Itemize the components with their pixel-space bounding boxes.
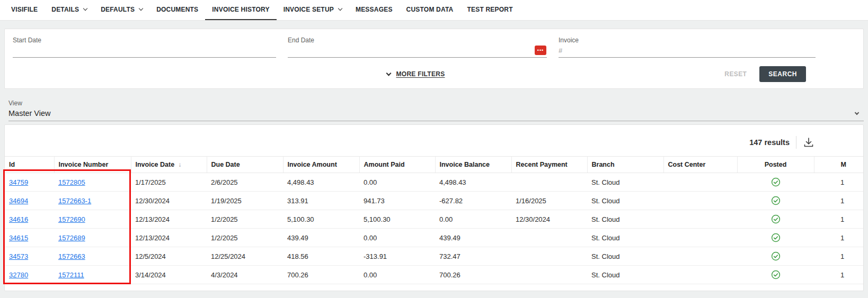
invoice-id-link[interactable]: 34616 [9, 215, 28, 223]
column-header-branch[interactable]: Branch [587, 157, 663, 173]
chevron-down-icon [83, 6, 87, 11]
tab-label: DOCUMENTS [156, 6, 198, 13]
search-button[interactable]: SEARCH [759, 66, 806, 82]
invoice-date-cell: 1/17/2025 [131, 173, 207, 192]
posted-cell [737, 173, 814, 192]
invoice-date-cell: 12/30/2024 [131, 192, 207, 210]
invoice-number-cell: 1572663-1 [54, 192, 131, 210]
invoice-label: Invoice [559, 37, 816, 44]
due-date-cell: 1/2/2025 [207, 210, 283, 229]
m-cell: 1 [814, 210, 863, 229]
view-label: View [8, 100, 864, 107]
posted-cell [737, 266, 814, 284]
cost-center-cell [663, 266, 737, 284]
amount-paid-cell: 0.00 [359, 173, 435, 192]
column-header-m[interactable]: M [814, 157, 863, 173]
invoice-number-link[interactable]: 1572689 [58, 234, 85, 242]
column-header-cost-center[interactable]: Cost Center [663, 157, 737, 173]
tab-messages[interactable]: MESSAGES [349, 0, 400, 20]
column-header-invoice-amount[interactable]: Invoice Amount [283, 157, 359, 173]
view-dropdown[interactable]: Master View [8, 107, 864, 121]
tab-invoice-history[interactable]: INVOICE HISTORY [205, 0, 276, 20]
invoice-table-body: 34759 1572805 1/17/2025 2/6/2025 4,498.4… [5, 173, 863, 284]
invoice-id-link[interactable]: 34694 [9, 197, 28, 205]
column-header-posted[interactable]: Posted [737, 157, 814, 173]
invoice-number-input[interactable] [559, 45, 816, 58]
column-header-due-date[interactable]: Due Date [207, 157, 283, 173]
m-cell: 1 [814, 247, 863, 266]
tab-documents[interactable]: DOCUMENTS [149, 0, 205, 20]
column-header-invoice-number[interactable]: Invoice Number [54, 157, 131, 173]
invoice-id-link[interactable]: 32780 [9, 271, 28, 279]
tab-details[interactable]: DETAILS [45, 0, 94, 20]
posted-check-icon [771, 196, 781, 205]
invoice-id-link[interactable]: 34759 [9, 178, 28, 186]
column-header-recent-payment[interactable]: Recent Payment [511, 157, 587, 173]
tab-invoice-setup[interactable]: INVOICE SETUP [277, 0, 349, 20]
invoice-amount-cell: 4,498.43 [283, 173, 359, 192]
column-header-id[interactable]: Id [5, 157, 54, 173]
invoice-amount-cell: 439.49 [283, 229, 359, 247]
invoice-date-cell: 3/14/2024 [131, 266, 207, 284]
chevron-down-icon [386, 71, 392, 76]
tab-test-report[interactable]: TEST REPORT [460, 0, 519, 20]
branch-cell: St. Cloud [587, 210, 663, 229]
invoice-history-page: VISIFILE DETAILS DEFAULTS DOCUMENTS INVO… [0, 0, 868, 291]
cost-center-cell [663, 210, 737, 229]
download-icon[interactable] [803, 137, 814, 148]
date-picker-icon[interactable]: ••• [535, 46, 546, 55]
invoice-number-cell: 1572111 [54, 266, 131, 284]
invoice-row: 34573 1572663 12/5/2024 12/25/2024 418.5… [5, 247, 863, 266]
due-date-cell: 2/6/2025 [207, 173, 283, 192]
invoice-date-cell: 12/5/2024 [131, 247, 207, 266]
start-date-input[interactable] [13, 45, 276, 58]
tab-visifile[interactable]: VISIFILE [4, 0, 45, 20]
invoice-number-link[interactable]: 1572111 [58, 271, 84, 279]
invoice-number-link[interactable]: 1572690 [58, 215, 85, 223]
m-cell: 1 [814, 173, 863, 192]
amount-paid-cell: 0.00 [359, 266, 435, 284]
invoice-id-link[interactable]: 34573 [9, 252, 28, 260]
invoice-balance-cell: 439.49 [435, 229, 511, 247]
amount-paid-cell: -313.91 [359, 247, 435, 266]
posted-check-icon [771, 251, 781, 261]
branch-cell: St. Cloud [587, 266, 663, 284]
column-header-amount-paid[interactable]: Amount Paid [359, 157, 435, 173]
column-header-invoice-balance[interactable]: Invoice Balance [435, 157, 511, 173]
reset-button[interactable]: RESET [721, 70, 750, 78]
invoice-row: 34759 1572805 1/17/2025 2/6/2025 4,498.4… [5, 173, 863, 192]
invoice-number-link[interactable]: 1572663-1 [58, 197, 91, 205]
tab-label: DEFAULTS [101, 6, 135, 13]
recent-payment-cell [511, 229, 587, 247]
more-filters-button[interactable]: MORE FILTERS [384, 70, 448, 78]
invoice-row: 34615 1572689 12/13/2024 1/2/2025 439.49… [5, 229, 863, 247]
chevron-down-icon [855, 110, 859, 114]
column-label: Invoice Date [136, 161, 175, 168]
invoice-id-link[interactable]: 34615 [9, 234, 28, 242]
recent-payment-cell: 12/30/2024 [511, 210, 587, 229]
invoice-number-link[interactable]: 1572805 [58, 178, 85, 186]
results-count: 147 results [749, 138, 790, 147]
invoice-date-cell: 12/13/2024 [131, 229, 207, 247]
column-header-invoice-date[interactable]: Invoice Date↓ [131, 157, 207, 173]
invoice-number-cell: 1572805 [54, 173, 131, 192]
recent-payment-cell [511, 173, 587, 192]
id-cell: 34615 [5, 229, 54, 247]
end-date-input[interactable] [288, 45, 547, 58]
tab-label: TEST REPORT [467, 6, 512, 13]
tab-defaults[interactable]: DEFAULTS [94, 0, 149, 20]
divider [796, 136, 796, 149]
m-cell: 1 [814, 229, 863, 247]
invoice-table: Id Invoice Number Invoice Date↓ Due Date… [5, 156, 863, 284]
sort-descending-icon[interactable]: ↓ [178, 161, 181, 168]
results-panel: 147 results Id Invoice Number Invoice Da… [4, 124, 864, 291]
start-date-label: Start Date [13, 37, 276, 44]
recent-payment-cell: 1/16/2025 [511, 192, 587, 210]
m-cell: 1 [814, 266, 863, 284]
invoice-row: 32780 1572111 3/14/2024 4/3/2024 700.26 … [5, 266, 863, 284]
invoice-number-cell: 1572690 [54, 210, 131, 229]
invoice-number-link[interactable]: 1572663 [58, 252, 85, 260]
invoice-balance-cell: 0.00 [435, 210, 511, 229]
tab-custom-data[interactable]: CUSTOM DATA [400, 0, 460, 20]
invoice-amount-cell: 5,100.30 [283, 210, 359, 229]
